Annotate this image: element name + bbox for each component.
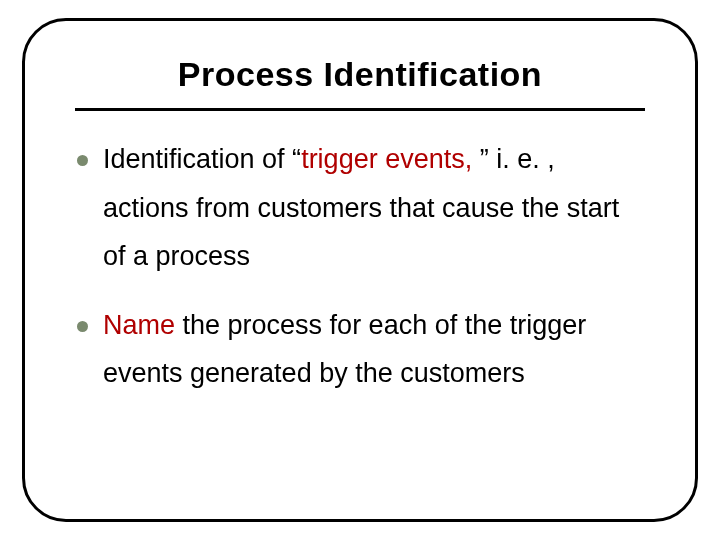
slide-title: Process Identification <box>75 55 645 94</box>
bullet-item-1: Identification of “trigger events, ” i. … <box>75 135 645 281</box>
bullet-1-pre: Identification of “ <box>103 144 301 174</box>
slide-frame: Process Identification Identification of… <box>22 18 698 522</box>
bullet-item-2: Name the process for each of the trigger… <box>75 301 645 398</box>
bullet-2-rest: the process for each of the trigger even… <box>103 310 586 389</box>
title-underline <box>75 108 645 111</box>
bullet-1-trigger: trigger events, <box>301 144 472 174</box>
bullet-2-name: Name <box>103 310 175 340</box>
bullet-list: Identification of “trigger events, ” i. … <box>75 135 645 398</box>
